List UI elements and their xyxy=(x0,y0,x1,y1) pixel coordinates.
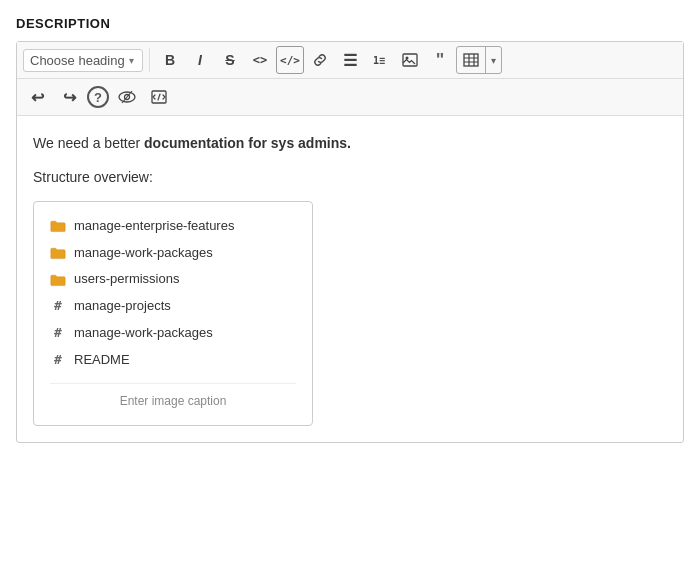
page-container: DESCRIPTION Choose heading ▾ B I S <> </… xyxy=(16,16,684,443)
image-caption[interactable]: Enter image caption xyxy=(50,383,296,411)
image-icon xyxy=(402,53,418,67)
file-item-5: # manage-work-packages xyxy=(50,323,296,344)
svg-rect-1 xyxy=(403,54,417,66)
editor-wrapper: Choose heading ▾ B I S <> </> ☰ xyxy=(16,41,684,443)
bold-btn[interactable]: B xyxy=(156,46,184,74)
file-item-1: manage-enterprise-features xyxy=(50,216,296,237)
redo-btn[interactable]: ↪ xyxy=(55,83,83,111)
folder-icon-3 xyxy=(50,272,66,288)
file-item-3-name: users-permissions xyxy=(74,269,179,290)
file-icon-6: # xyxy=(50,350,66,371)
file-icon-5: # xyxy=(50,323,66,344)
undo-btn[interactable]: ↩ xyxy=(23,83,51,111)
inline-code-btn[interactable]: <> xyxy=(246,46,274,74)
toolbar-top: Choose heading ▾ B I S <> </> ☰ xyxy=(17,42,683,79)
toolbar-bottom: ↩ ↪ ? xyxy=(17,79,683,116)
link-icon xyxy=(313,53,327,67)
ordered-list-btn[interactable]: 1≡ xyxy=(366,46,394,74)
table-dropdown-btn[interactable]: ▾ xyxy=(485,47,501,73)
file-item-6-name: README xyxy=(74,350,130,371)
svg-rect-3 xyxy=(464,54,478,66)
paragraph-1-text: We need a better xyxy=(33,135,144,151)
edit-source-icon xyxy=(151,90,167,104)
link-btn[interactable] xyxy=(306,46,334,74)
divider-1 xyxy=(149,48,150,72)
table-icon xyxy=(463,53,479,67)
quote-btn[interactable]: " xyxy=(426,46,454,74)
heading-select-label: Choose heading xyxy=(30,53,125,68)
folder-icon-2 xyxy=(50,245,66,261)
image-caption-text: Enter image caption xyxy=(120,394,227,408)
paragraph-1: We need a better documentation for sys a… xyxy=(33,132,667,154)
page-title: DESCRIPTION xyxy=(16,16,684,31)
table-btn[interactable] xyxy=(457,47,485,73)
heading-select[interactable]: Choose heading ▾ xyxy=(23,49,143,72)
editor-content[interactable]: We need a better documentation for sys a… xyxy=(17,116,683,442)
file-item-2: manage-work-packages xyxy=(50,243,296,264)
table-btn-group: ▾ xyxy=(456,46,502,74)
folder-icon-1 xyxy=(50,218,66,234)
file-item-5-name: manage-work-packages xyxy=(74,323,213,344)
paragraph-2: Structure overview: xyxy=(33,166,667,188)
chevron-down-icon: ▾ xyxy=(129,55,134,66)
image-btn[interactable] xyxy=(396,46,424,74)
svg-text:1≡: 1≡ xyxy=(373,55,385,66)
file-item-4: # manage-projects xyxy=(50,296,296,317)
help-btn[interactable]: ? xyxy=(87,86,109,108)
ordered-list-icon: 1≡ xyxy=(373,53,387,67)
preview-icon xyxy=(118,90,136,104)
svg-point-2 xyxy=(406,57,409,60)
edit-source-btn[interactable] xyxy=(145,83,173,111)
file-item-2-name: manage-work-packages xyxy=(74,243,213,264)
file-item-3: users-permissions xyxy=(50,269,296,290)
file-icon-4: # xyxy=(50,296,66,317)
strikethrough-btn[interactable]: S xyxy=(216,46,244,74)
file-item-1-name: manage-enterprise-features xyxy=(74,216,234,237)
paragraph-1-bold: documentation for sys admins. xyxy=(144,135,351,151)
file-box: manage-enterprise-features manage-work-p… xyxy=(33,201,313,426)
file-item-4-name: manage-projects xyxy=(74,296,171,317)
italic-btn[interactable]: I xyxy=(186,46,214,74)
preview-btn[interactable] xyxy=(113,83,141,111)
unordered-list-btn[interactable]: ☰ xyxy=(336,46,364,74)
file-item-6: # README xyxy=(50,350,296,371)
code-block-btn[interactable]: </> xyxy=(276,46,304,74)
svg-line-12 xyxy=(158,94,160,100)
